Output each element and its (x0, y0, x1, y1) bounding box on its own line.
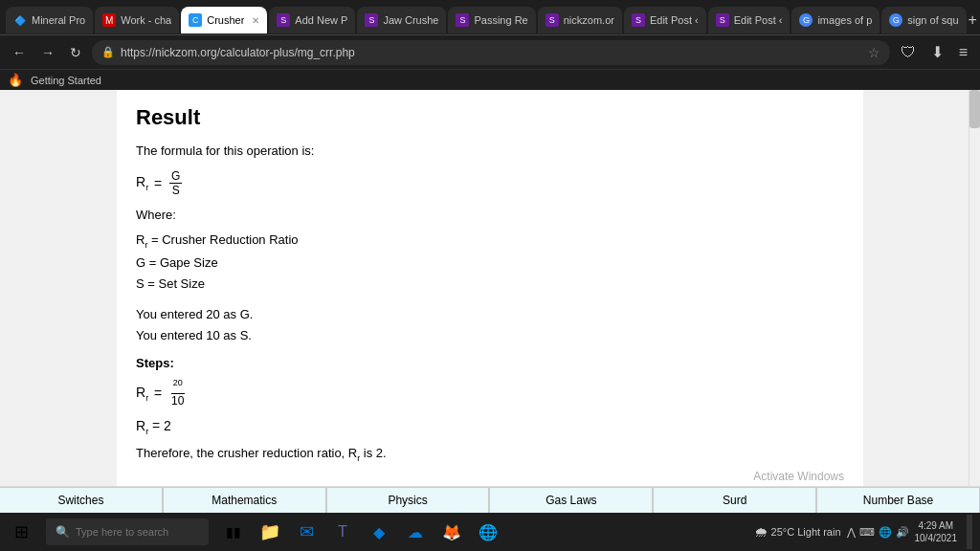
teams-icon[interactable]: T (325, 515, 360, 549)
formula-denominator: S (170, 184, 182, 197)
formula-display: Rr = G S (136, 169, 844, 198)
tab-label-editpost1: Edit Post ‹ (650, 14, 699, 26)
category-gaslaws[interactable]: Gas Laws (489, 487, 653, 514)
vscode-icon[interactable]: ◆ (362, 515, 396, 549)
tab-editpost1[interactable]: S Edit Post ‹ (624, 7, 706, 33)
volume-icon[interactable]: 🔊 (896, 526, 909, 539)
definitions: Rr = Crusher Reduction Ratio G = Gape Si… (136, 230, 844, 295)
tab-mineral[interactable]: 🔷 Mineral Pro (6, 7, 93, 33)
weather-text: 25°C Light rain (771, 526, 841, 538)
tab-label-crusher: Crusher (207, 14, 244, 26)
bookmark-getting-started[interactable]: Getting Started (31, 75, 101, 86)
conclusion: Therefore, the crusher reduction ratio, … (136, 446, 844, 463)
tab-close-crusher[interactable]: ✕ (252, 15, 259, 26)
clock-time: 4:29 AM (915, 519, 958, 532)
taskview-button[interactable]: ▮▮ (216, 515, 251, 549)
tab-icon-nickzom: S (546, 13, 559, 27)
menu-icon[interactable]: ≡ (954, 42, 972, 63)
new-tab-button[interactable]: + (969, 7, 977, 33)
tab-editpost2[interactable]: S Edit Post ‹ (708, 7, 791, 33)
tab-label-addnew: Add New P (295, 14, 347, 26)
tab-icon-work: M (102, 13, 116, 27)
start-button[interactable]: ⊞ (0, 513, 42, 551)
def-g: G = Gape Size (136, 253, 844, 274)
download-icon[interactable]: ⬇ (926, 41, 948, 63)
clock-date: 10/4/2021 (915, 532, 958, 544)
tab-nickzom[interactable]: S nickzom.or (538, 7, 622, 33)
step-rr: Rr (136, 385, 148, 403)
taskbar-clock[interactable]: 4:29 AM 10/4/2021 (915, 519, 958, 544)
category-mathematics[interactable]: Mathematics (163, 487, 326, 514)
scrollbar-thumb[interactable] (969, 90, 980, 128)
category-surd[interactable]: Surd (653, 487, 816, 514)
step-denominator: 10 (169, 394, 186, 408)
tab-passing[interactable]: S Passing Re (448, 7, 535, 33)
search-icon: 🔍 (56, 525, 70, 539)
file-explorer-icon[interactable]: 📁 (253, 515, 287, 549)
main-content: Result The formula for this operation is… (0, 90, 980, 513)
tab-icon-sign: G (889, 13, 902, 27)
tab-label-passing: Passing Re (474, 14, 527, 26)
def-rr: Rr = Crusher Reduction Ratio (136, 230, 844, 253)
tab-label-images: images of p (817, 14, 872, 26)
tab-icon-mineral: 🔷 (13, 13, 27, 27)
browser-chrome: 🔷 Mineral Pro M Work - cha C Crusher ✕ S… (0, 0, 980, 90)
formula-equals: = (150, 176, 166, 191)
address-icons: ☆ (868, 45, 880, 60)
forward-button[interactable]: → (36, 43, 59, 62)
formula-rr: Rr (136, 174, 148, 192)
tab-label-jaw: Jaw Crushe (383, 14, 438, 26)
edge-icon[interactable]: 🌐 (471, 515, 505, 549)
refresh-button[interactable]: ↻ (65, 43, 86, 62)
address-bar[interactable]: 🔒 https://nickzom.org/calculator-plus/mg… (92, 40, 890, 65)
tab-label-work: Work - cha (121, 14, 171, 26)
where-label: Where: (136, 208, 844, 222)
tab-bar: 🔷 Mineral Pro M Work - cha C Crusher ✕ S… (0, 0, 980, 34)
tab-label-editpost2: Edit Post ‹ (734, 14, 783, 26)
tab-label-nickzom: nickzom.or (564, 14, 614, 26)
step-equals: = (150, 386, 166, 401)
search-input[interactable] (76, 526, 190, 538)
tab-icon-jaw: S (365, 13, 378, 27)
tab-label-mineral: Mineral Pro (32, 14, 85, 26)
formula-numerator: G (169, 169, 182, 184)
taskbar-search-box[interactable]: 🔍 (46, 518, 209, 545)
result-title: Result (136, 105, 844, 130)
tab-crusher[interactable]: C Crusher ✕ (181, 7, 267, 33)
nav-bar: ← → ↻ 🔒 https://nickzom.org/calculator-p… (0, 34, 980, 69)
mail-icon[interactable]: ✉ (289, 515, 323, 549)
step-numerator: 20 (171, 378, 185, 394)
category-switches[interactable]: Switches (0, 487, 163, 514)
steps-label: Steps: (136, 356, 844, 370)
tab-sign[interactable]: G sign of squ (881, 7, 966, 33)
tab-icon-editpost2: S (716, 13, 729, 27)
formula-fraction: G S (169, 169, 182, 198)
entered-g: You entered 20 as G. (136, 304, 844, 325)
network-icon[interactable]: 🌐 (879, 526, 892, 539)
firefox-icon[interactable]: 🦊 (434, 515, 469, 549)
onedrive-icon[interactable]: ☁ (398, 515, 433, 549)
watermark-line1: Activate Windows (663, 469, 844, 485)
category-physics[interactable]: Physics (326, 487, 490, 514)
step-calc: Rr = 20 10 (136, 378, 844, 408)
windows-icon: ⊞ (14, 521, 29, 542)
tab-addnew[interactable]: S Add New P (269, 7, 355, 33)
entered-values: You entered 20 as G. You entered 10 as S… (136, 304, 844, 346)
back-button[interactable]: ← (8, 43, 31, 62)
tab-work[interactable]: M Work - cha (95, 7, 179, 33)
tab-jaw[interactable]: S Jaw Crushe (357, 7, 446, 33)
chevron-icon[interactable]: ⋀ (847, 526, 856, 539)
tab-icon-editpost1: S (632, 13, 645, 27)
scrollbar[interactable] (969, 90, 980, 513)
tab-icon-addnew: S (277, 13, 290, 27)
category-numberbase[interactable]: Number Base (816, 487, 980, 514)
show-desktop-button[interactable] (967, 515, 972, 549)
bookmarks-bar: 🔥 Getting Started (0, 69, 980, 90)
step-fraction: 20 10 (169, 378, 186, 408)
weather-icon: 🌧 (754, 524, 768, 540)
taskbar-right: 🌧 25°C Light rain ⋀ ⌨ 🌐 🔊 4:29 AM 10/4/2… (754, 515, 980, 549)
tab-images[interactable]: G images of p (791, 7, 880, 33)
star-icon[interactable]: ☆ (868, 45, 880, 60)
result-rr: Rr = 2 (136, 418, 171, 436)
def-s: S = Set Size (136, 274, 844, 295)
